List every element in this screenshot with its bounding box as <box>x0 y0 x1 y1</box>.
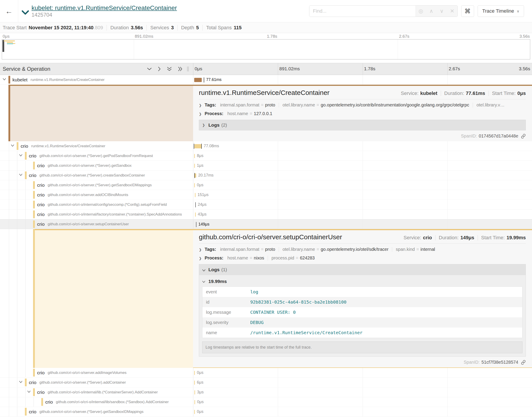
span-timeline-cell[interactable]: 0μs <box>193 397 532 407</box>
span-row[interactable]: crio github.com/cri-o/cri-o/server.setup… <box>0 219 532 229</box>
span-timeline-cell[interactable]: 20.17ms <box>193 170 532 180</box>
span-timeline-cell[interactable]: 43μs <box>193 210 532 219</box>
expand-one-icon[interactable] <box>158 67 161 71</box>
span-timeline-cell[interactable]: 8μs <box>193 151 532 161</box>
span-row[interactable]: crio github.com/cri-o/cri-o/server.(*Ser… <box>0 151 532 161</box>
minimap-scrubber-handle[interactable] <box>2 40 4 52</box>
span-timeline-cell[interactable]: 149μs <box>193 220 532 229</box>
log-field-row[interactable]: eventlog <box>203 287 522 297</box>
link-icon[interactable] <box>521 134 526 139</box>
span-row-group: kubelet runtime.v1.RuntimeService/Create… <box>0 75 532 85</box>
span-name-cell[interactable]: crio github.com/cri-o/cri-o/server.(*Ser… <box>0 161 193 170</box>
timeline-tick-label: 1.78s <box>363 66 375 71</box>
tag-value: go.opentelemetry.io/contrib/instrumentat… <box>321 103 469 107</box>
keyboard-shortcuts-button[interactable]: ⌘ <box>461 5 474 17</box>
span-timeline-cell[interactable]: 77.08ms <box>193 141 532 151</box>
span-name-cell[interactable]: crio github.com/cri-o/cri-o/server.addOC… <box>0 190 193 200</box>
chevron-down-icon[interactable] <box>19 174 22 176</box>
tags-accordion[interactable]: ❯ Tags: internal.span.format=protootel.l… <box>199 247 526 252</box>
span-duration: 77.08ms <box>204 144 219 148</box>
log-timestamp-accordion[interactable]: 19.99ms <box>202 276 522 286</box>
process-accordion[interactable]: ❯ Process: host.name=nixosprocess.pid=62… <box>199 255 526 261</box>
log-field-row[interactable]: log.severityDEBUG <box>203 317 522 328</box>
span-name-cell[interactable]: crio github.com/cri-o/cri-o/internal/lib… <box>0 387 193 397</box>
process-accordion[interactable]: ❯ Process: host.name=127.0.0.1 <box>199 111 526 116</box>
chevron-down-icon <box>202 268 208 271</box>
span-row[interactable]: crio github.com/cri-o/cri-o/server.(*Ser… <box>0 180 532 190</box>
span-name-cell[interactable]: crio github.com/cri-o/cri-o/server.(*Ser… <box>0 180 193 190</box>
span-row[interactable]: crio github.com/cri-o/cri-o/internal/fac… <box>0 210 532 219</box>
indent-guide <box>25 210 26 219</box>
span-timeline-cell[interactable]: 0μs <box>193 368 532 377</box>
span-row[interactable]: crio github.com/cri-o/cri-o/server.(*Ser… <box>0 161 532 170</box>
span-name-cell[interactable]: crio github.com/cri-o/cri-o/server.(*Ser… <box>0 378 193 387</box>
span-name-cell[interactable]: crio github.com/cri-o/cri-o/server.setup… <box>0 220 193 229</box>
collapse-trace-chevron-icon[interactable] <box>22 10 29 15</box>
column-resizer-handle[interactable] <box>187 67 189 71</box>
view-selector-button[interactable]: Trace Timeline ∨ <box>478 5 524 17</box>
log-field-row[interactable]: log.messageCONTAINER USER: 0 <box>203 307 522 317</box>
span-name-cell[interactable]: crio github.com/cri-o/cri-o/server.(*Ser… <box>0 170 193 180</box>
span-name-cell[interactable]: crio github.com/cri-o/cri-o/internal/con… <box>0 200 193 209</box>
span-row[interactable]: crio github.com/cri-o/cri-o/server.(*Ser… <box>0 378 532 387</box>
service-color-bar <box>8 76 10 84</box>
minimap-canvas[interactable] <box>2 39 530 60</box>
link-icon[interactable] <box>521 360 526 365</box>
span-timeline-cell[interactable]: 24μs <box>193 200 532 209</box>
log-field-row[interactable]: id92b82381-025c-4a64-815c-ba2e1bb08100 <box>203 297 522 307</box>
span-timeline-cell[interactable]: 77.61ms <box>193 75 532 85</box>
logs-accordion[interactable]: Logs (1) <box>199 264 526 275</box>
span-name-cell[interactable]: crio runtime.v1.RuntimeService/CreateCon… <box>0 141 193 151</box>
span-timeline-cell[interactable]: 0μs <box>193 180 532 190</box>
log-field-row[interactable]: name/runtime.v1.RuntimeService/CreateCon… <box>203 328 522 338</box>
span-bar <box>201 144 202 149</box>
trace-summary-bar: Trace StartNovember 15 2022, 11:19:40.80… <box>0 22 532 33</box>
span-timeline-cell[interactable]: 3μs <box>193 387 532 397</box>
trace-id: 1425704 <box>31 12 177 18</box>
span-timeline-cell[interactable]: 151μs <box>193 190 532 200</box>
span-name-cell[interactable]: crio github.com/cri-o/cri-o/server.(*Ser… <box>0 151 193 161</box>
span-row[interactable]: crio github.com/cri-o/cri-o/internal/lib… <box>0 397 532 407</box>
collapse-one-icon[interactable] <box>147 67 152 71</box>
indent-guide <box>17 151 17 161</box>
process-list: host.name=127.0.0.1 <box>228 111 273 116</box>
span-timeline-cell[interactable]: 0μs <box>193 407 532 417</box>
collapse-all-icon[interactable] <box>167 67 172 71</box>
back-button[interactable]: ← <box>0 0 18 22</box>
span-name-cell[interactable]: crio github.com/cri-o/cri-o/internal/fac… <box>0 210 193 219</box>
span-row[interactable]: crio github.com/cri-o/cri-o/server.(*Ser… <box>0 407 532 417</box>
span-duration: 20.17ms <box>198 173 214 178</box>
chevron-down-icon[interactable] <box>19 381 22 383</box>
span-row[interactable]: crio github.com/cri-o/cri-o/internal/con… <box>0 200 532 210</box>
summary-item: Duration3.56s <box>107 25 146 30</box>
span-timeline-cell[interactable]: 6μs <box>193 378 532 387</box>
chevron-down-icon[interactable] <box>3 78 6 80</box>
logs-accordion[interactable]: ❯ Logs (2) <box>199 120 526 130</box>
chevron-down-icon[interactable] <box>19 154 22 156</box>
trace-title-link[interactable]: kubelet: runtime.v1.RuntimeService/Creat… <box>31 4 177 12</box>
expand-all-icon[interactable] <box>178 67 183 71</box>
next-match-icon[interactable]: ∨ <box>437 8 447 14</box>
span-row[interactable]: crio github.com/cri-o/cri-o/internal/lib… <box>0 387 532 397</box>
span-timeline-cell[interactable]: 1μs <box>193 161 532 170</box>
prev-match-icon[interactable]: ∧ <box>426 8 437 14</box>
span-name-cell[interactable]: crio github.com/cri-o/cri-o/internal/lib… <box>0 397 193 407</box>
span-row[interactable]: crio github.com/cri-o/cri-o/server.(*Ser… <box>0 170 532 180</box>
span-row[interactable]: crio github.com/cri-o/cri-o/server.addOC… <box>0 190 532 200</box>
span-name-cell[interactable]: kubelet runtime.v1.RuntimeService/Create… <box>0 75 193 85</box>
chevron-down-icon[interactable] <box>11 144 14 147</box>
span-name-cell[interactable]: crio github.com/cri-o/cri-o/server.addIm… <box>0 368 193 377</box>
indent-guide <box>17 397 17 407</box>
top-bar-actions: ◎ ∧ ∨ ✕ ⌘ Trace Timeline ∨ <box>309 5 532 17</box>
find-input[interactable] <box>309 6 415 17</box>
clear-search-icon[interactable]: ✕ <box>447 8 457 14</box>
span-row[interactable]: crio github.com/cri-o/cri-o/server.addIm… <box>0 368 532 378</box>
locate-icon[interactable]: ◎ <box>416 8 426 14</box>
span-bar <box>194 144 201 148</box>
span-row[interactable]: kubelet runtime.v1.RuntimeService/Create… <box>0 75 532 85</box>
chevron-down-icon[interactable] <box>27 390 31 393</box>
indent-guide <box>25 368 26 377</box>
tags-accordion[interactable]: ❯ Tags: internal.span.format=protootel.l… <box>199 103 526 107</box>
span-row[interactable]: crio runtime.v1.RuntimeService/CreateCon… <box>0 141 532 151</box>
span-name-cell[interactable]: crio github.com/cri-o/cri-o/server.(*Ser… <box>0 407 193 417</box>
